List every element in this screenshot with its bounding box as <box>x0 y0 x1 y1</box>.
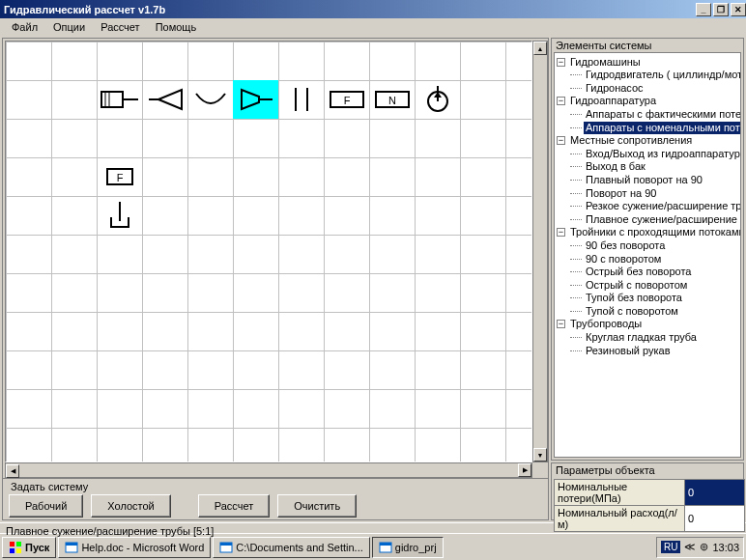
tree-item-label[interactable]: Плавное сужение/расширение трубы <box>584 213 741 226</box>
tree-item[interactable]: 90 без поворота <box>570 238 740 252</box>
work-button[interactable]: Рабочий <box>9 494 83 518</box>
taskbar-item[interactable]: C:\Documents and Settin... <box>213 537 369 558</box>
start-button[interactable]: Пуск <box>2 537 56 558</box>
symbol-f-box[interactable]: F <box>324 80 369 119</box>
param-value[interactable]: 0 <box>685 480 745 506</box>
tree-item-label[interactable]: Тупой с поворотом <box>584 305 680 318</box>
tray-icon[interactable]: ≪ <box>684 541 696 553</box>
tree-item[interactable]: Выход в бак <box>570 160 740 174</box>
expand-icon[interactable]: − <box>557 136 565 145</box>
vertical-scrollbar[interactable]: ▲▼ <box>532 41 548 462</box>
expand-icon[interactable]: − <box>557 97 565 105</box>
symbol-parallel[interactable] <box>278 80 324 119</box>
scroll-up-icon[interactable]: ▲ <box>533 42 547 55</box>
clear-button[interactable]: Очистить <box>277 494 357 518</box>
tree-item[interactable]: Гидродвигатель ( циллиндр/мотор ) <box>570 69 740 82</box>
system-tray[interactable]: RU ≪ ⊚ 13:03 <box>656 537 744 558</box>
param-row[interactable]: Номинальные потери(МПа)0 <box>555 480 745 506</box>
maximize-button[interactable]: ❐ <box>713 3 729 16</box>
tree-item[interactable]: Гидронасос <box>570 81 740 95</box>
scroll-left-icon[interactable]: ◀ <box>6 464 19 478</box>
params-title: Параметры объекта <box>552 463 743 477</box>
scroll-right-icon[interactable]: ▶ <box>518 463 531 477</box>
expand-icon[interactable]: − <box>557 58 565 67</box>
lang-indicator[interactable]: RU <box>661 541 680 553</box>
tree-branch[interactable]: −Гидроаппаратура <box>557 95 740 108</box>
tree-item[interactable]: 90 с поворотом <box>570 252 740 266</box>
tree-item[interactable]: Плавное сужение/расширение трубы <box>570 212 740 226</box>
menu-help[interactable]: Помощь <box>148 19 205 35</box>
tree-item[interactable]: Острый с поворотом <box>570 278 740 292</box>
tree-item[interactable]: Тупой с поворотом <box>570 304 740 318</box>
app-icon <box>219 541 233 554</box>
tree-branch[interactable]: −Гидромашины <box>557 55 740 69</box>
symbol-n-box[interactable]: N <box>369 80 415 119</box>
tree-item[interactable]: Поворот на 90 <box>570 186 740 200</box>
tree-branch[interactable]: −Местные сопротивления <box>557 134 740 148</box>
expand-icon[interactable]: − <box>557 228 565 237</box>
menu-options[interactable]: Опции <box>45 19 93 35</box>
tree-item-label[interactable]: Тупой без поворота <box>584 292 684 304</box>
tree-label[interactable]: Местные сопротивления <box>568 134 694 147</box>
tree-item[interactable]: Аппараты с фактическими потерями <box>570 107 740 121</box>
tree-label[interactable]: Гидромашины <box>568 56 643 69</box>
calc-button[interactable]: Рассчет <box>198 494 271 518</box>
tree-item[interactable]: Плавный поворот на 90 <box>570 173 740 186</box>
svg-rect-0 <box>101 92 123 107</box>
expand-icon[interactable]: − <box>557 320 565 328</box>
param-value[interactable]: 0 <box>685 506 745 532</box>
tree-item[interactable]: Резиновый рукав <box>570 344 740 357</box>
tray-icon-2[interactable]: ⊚ <box>700 541 708 553</box>
symbol-cylinder[interactable] <box>97 80 142 119</box>
drawing-canvas[interactable]: F N F <box>5 41 532 462</box>
tree-item-label[interactable]: Круглая гладкая труба <box>584 331 699 344</box>
tree-item[interactable]: Острый без поворота <box>570 266 740 279</box>
menu-calc[interactable]: Рассчет <box>93 19 148 35</box>
tree-item-label[interactable]: 90 без поворота <box>584 239 667 252</box>
minimize-button[interactable]: _ <box>696 3 711 16</box>
tree-item[interactable]: Аппараты с номенальными потерями <box>570 121 740 134</box>
right-pane: Элементы системы −ГидромашиныГидродвигат… <box>551 38 744 520</box>
tree-item-label[interactable]: Острый без поворота <box>584 266 693 278</box>
taskbar-item[interactable]: Help.doc - Microsoft Word <box>58 537 211 558</box>
tree-item-label[interactable]: Выход в бак <box>584 160 647 173</box>
symbol-tank[interactable] <box>97 196 142 235</box>
tree-item-label[interactable]: Аппараты с номенальными потерями <box>584 122 741 134</box>
tree-label[interactable]: Тройники с проходящими потоками <box>568 226 741 238</box>
params-table: Номинальные потери(МПа)0Номинальный расх… <box>554 479 745 532</box>
tree-item[interactable]: Резкое сужение/расширение трубы <box>570 200 740 213</box>
tree-item-label[interactable]: Гидронасос <box>584 82 646 95</box>
param-row[interactable]: Номинальный расход(л/м)0 <box>555 506 745 532</box>
scroll-down-icon[interactable]: ▼ <box>533 448 547 462</box>
tree-item-label[interactable]: 90 с поворотом <box>584 253 663 266</box>
close-button[interactable]: ✕ <box>731 3 746 16</box>
symbol-selected-cone[interactable] <box>233 80 278 119</box>
tree-label[interactable]: Гидроаппаратура <box>568 95 658 107</box>
tree-item[interactable]: Тупой без поворота <box>570 292 740 305</box>
tree-item[interactable]: Вход/Выход из гидроаппаратуры <box>570 147 740 160</box>
tree-item-label[interactable]: Острый с поворотом <box>584 279 689 292</box>
tree-item[interactable]: Круглая гладкая труба <box>570 330 740 344</box>
tree-branch[interactable]: −Трубопроводы <box>557 318 740 331</box>
taskbar-item[interactable]: gidro_prj <box>372 537 444 558</box>
tree-item-label[interactable]: Аппараты с фактическими потерями <box>584 108 741 121</box>
tree-item-label[interactable]: Резкое сужение/расширение трубы <box>584 200 741 212</box>
tree-label[interactable]: Трубопроводы <box>568 318 644 330</box>
tree-item-label[interactable]: Поворот на 90 <box>584 187 658 200</box>
symbol-horn[interactable] <box>142 80 187 119</box>
tree-item-label[interactable]: Резиновый рукав <box>584 345 673 357</box>
svg-rect-18 <box>16 542 21 546</box>
tree-item-label[interactable]: Гидродвигатель ( циллиндр/мотор ) <box>584 69 741 81</box>
idle-button[interactable]: Холостой <box>91 494 170 518</box>
tree-branch[interactable]: −Тройники с проходящими потоками <box>557 226 740 239</box>
symbol-f-small[interactable]: F <box>97 157 142 196</box>
tree-item-label[interactable]: Вход/Выход из гидроаппаратуры <box>584 148 741 160</box>
app-icon <box>379 541 392 554</box>
svg-rect-26 <box>380 543 391 546</box>
elements-tree[interactable]: −ГидромашиныГидродвигатель ( циллиндр/мо… <box>554 52 741 458</box>
horizontal-scrollbar[interactable]: ◀▶ <box>5 462 532 478</box>
menu-file[interactable]: Файл <box>4 19 45 35</box>
tree-item-label[interactable]: Плавный поворот на 90 <box>584 174 704 186</box>
symbol-arc[interactable] <box>187 80 233 119</box>
symbol-pump-circle[interactable] <box>415 80 460 119</box>
